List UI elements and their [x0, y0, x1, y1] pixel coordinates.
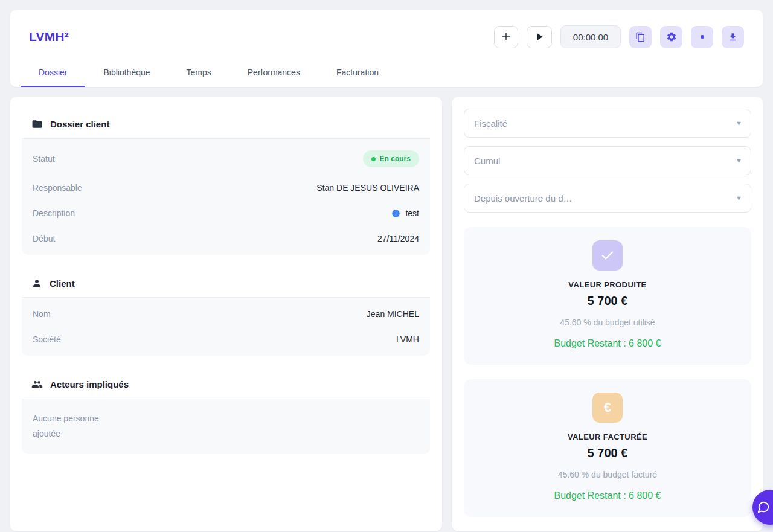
section-title: Dossier client	[50, 119, 109, 129]
row-nom: Nom Jean MICHEL	[33, 301, 419, 327]
row-value: LVMH	[396, 335, 419, 344]
chevron-down-icon: ▼	[736, 194, 742, 202]
filter-periode-select[interactable]: Depuis ouverture du d… ▼	[464, 184, 751, 213]
row-value: test	[391, 208, 419, 218]
row-statut: Statut En cours	[33, 143, 419, 175]
chat-bubble-icon	[757, 501, 770, 514]
stat-amount: 5 700 €	[476, 446, 739, 460]
settings-button[interactable]	[660, 26, 682, 48]
person-icon	[31, 278, 42, 289]
chevron-down-icon: ▼	[736, 120, 742, 127]
section-title: Acteurs impliqués	[50, 379, 129, 389]
header-controls: 00:00:00	[494, 25, 744, 48]
performance-panel: Fiscalité ▼ Cumul ▼ Depuis ouverture du …	[452, 97, 763, 531]
tab-temps[interactable]: Temps	[168, 60, 229, 87]
section-client: Client Nom Jean MICHEL Société LVMH	[22, 268, 430, 356]
dot-icon	[698, 33, 707, 41]
status-badge: En cours	[363, 150, 419, 167]
section-acteurs: Acteurs impliqués Aucune personne ajouté…	[22, 369, 430, 454]
row-description: Description test	[33, 200, 419, 226]
tab-performances[interactable]: Performances	[229, 60, 318, 87]
euro-icon: €	[592, 393, 623, 423]
row-label: Nom	[33, 309, 51, 319]
record-button[interactable]	[691, 26, 713, 48]
download-icon	[728, 32, 738, 42]
select-value: Depuis ouverture du d…	[474, 193, 573, 204]
row-label: Statut	[33, 154, 55, 164]
stat-budget-remaining: Budget Restant : 6 800 €	[476, 338, 739, 349]
row-label: Société	[33, 335, 61, 344]
timer-display: 00:00:00	[560, 25, 621, 48]
dossier-panel: Dossier client Statut En cours Responsab…	[10, 97, 442, 531]
status-dot-icon	[371, 157, 376, 161]
row-label: Responsable	[33, 183, 82, 193]
folder-icon	[31, 118, 43, 130]
stat-card-produced: VALEUR PRODUITE 5 700 € 45.60 % du budge…	[464, 227, 751, 365]
stat-amount: 5 700 €	[476, 294, 739, 308]
stat-subtitle: 45.60 % du budget utilisé	[476, 318, 739, 327]
row-value: Stan DE JESUS OLIVEIRA	[316, 183, 419, 193]
plus-icon	[501, 31, 512, 42]
stat-budget-remaining: Budget Restant : 6 800 €	[476, 490, 739, 501]
info-icon[interactable]	[391, 209, 400, 218]
tab-bibliotheque[interactable]: Bibliothèque	[85, 60, 168, 87]
row-label: Début	[33, 234, 55, 243]
select-value: Cumul	[474, 156, 500, 166]
filter-cumul-select[interactable]: Cumul ▼	[464, 146, 751, 175]
group-icon	[31, 379, 43, 390]
tab-facturation[interactable]: Facturation	[318, 60, 397, 87]
row-debut: Début 27/11/2024	[33, 226, 419, 251]
filter-fiscalite-select[interactable]: Fiscalité ▼	[464, 109, 751, 138]
play-button[interactable]	[527, 26, 552, 48]
stat-card-invoiced: € VALEUR FACTURÉE 5 700 € 45.60 % du bud…	[464, 379, 751, 517]
select-value: Fiscalité	[474, 118, 507, 129]
stat-subtitle: 45.60 % du budget facturé	[476, 470, 739, 479]
section-dossier-client: Dossier client Statut En cours Responsab…	[22, 109, 430, 255]
chevron-down-icon: ▼	[736, 157, 742, 164]
row-responsable: Responsable Stan DE JESUS OLIVEIRA	[33, 175, 419, 200]
tab-dossier[interactable]: Dossier	[21, 60, 85, 87]
row-label: Description	[33, 208, 75, 218]
play-icon	[533, 31, 545, 43]
row-value: 27/11/2024	[377, 234, 419, 243]
download-button[interactable]	[722, 26, 744, 48]
page-title: LVMH²	[29, 30, 69, 44]
gear-icon	[666, 31, 677, 42]
tab-bar: Dossier Bibliothèque Temps Performances …	[10, 60, 763, 87]
check-icon	[592, 240, 623, 271]
stat-title: VALEUR FACTURÉE	[476, 432, 739, 441]
copy-icon	[635, 32, 646, 42]
section-title: Client	[50, 278, 75, 289]
header-card: LVMH² 00:00:00	[10, 10, 763, 87]
row-value: Jean MICHEL	[367, 309, 419, 319]
add-button[interactable]	[494, 26, 518, 48]
stat-title: VALEUR PRODUITE	[476, 280, 739, 289]
copy-button[interactable]	[629, 26, 652, 48]
empty-actors-text: Aucune personne ajoutée	[33, 403, 114, 450]
row-societe: Société LVMH	[33, 327, 419, 352]
